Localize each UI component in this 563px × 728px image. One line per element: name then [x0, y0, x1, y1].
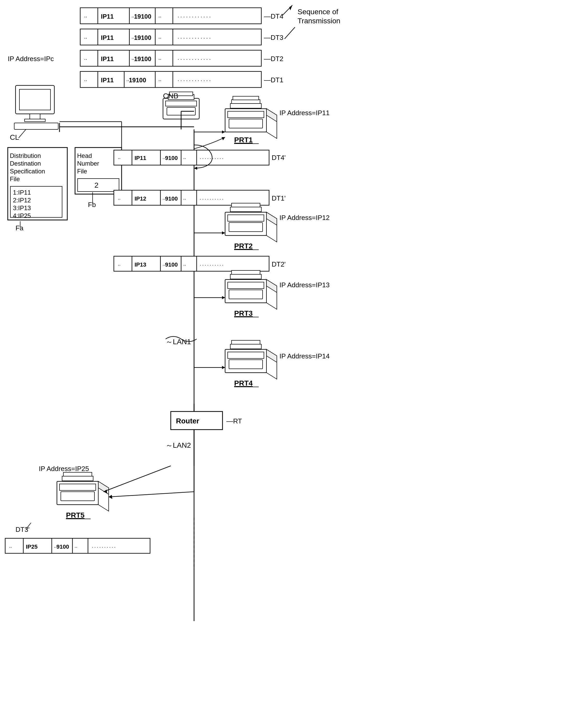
diagram-container: DT4 Fa Fb LAN1 LAN2 Router RT IP Address…: [0, 0, 563, 728]
